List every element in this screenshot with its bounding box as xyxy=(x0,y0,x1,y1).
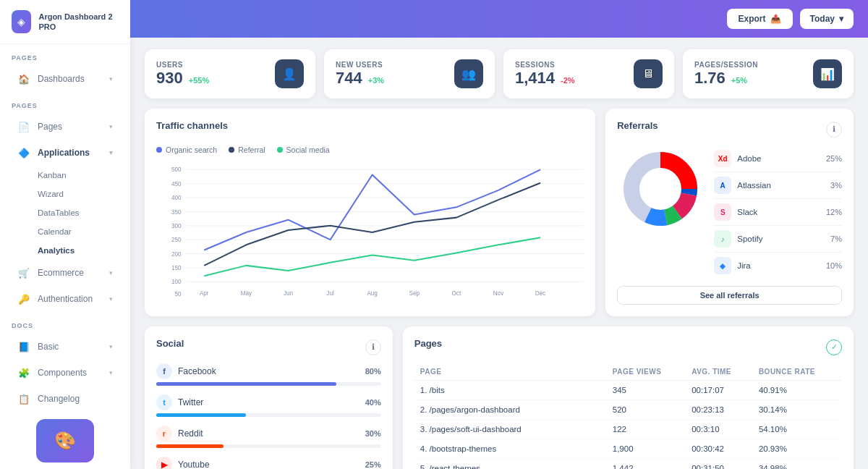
table-cell-views: 1,442 xyxy=(607,459,686,470)
chevron-down-icon: ▾ xyxy=(109,75,113,83)
traffic-chart-title: Traffic channels xyxy=(156,120,228,131)
stat-value: 1,414 xyxy=(515,69,555,88)
chevron-down-icon: ▾ xyxy=(109,123,113,130)
sidebar-item-ecommerce[interactable]: 🛒 Ecommerce ▾ xyxy=(6,261,124,285)
table-row: 4. /bootstrap-themes1,90000:30:4220.93% xyxy=(414,439,842,459)
referrals-header: Referrals ℹ xyxy=(617,120,842,138)
charts-row: Traffic channels Organic search Referral… xyxy=(145,109,854,316)
table-row: 3. /pages/soft-ui-dashboard12200:3:1054.… xyxy=(414,420,842,439)
svg-text:350: 350 xyxy=(171,209,182,216)
pages-check-button[interactable]: ✓ xyxy=(826,339,842,355)
stat-info: NEW USERS 744 +3% xyxy=(336,61,384,88)
progress-bar-fill xyxy=(156,382,336,386)
progress-bar-fill xyxy=(156,444,224,448)
slack-logo: S xyxy=(714,203,731,221)
referral-pct: 7% xyxy=(830,234,842,243)
social-item-facebook: f Facebook 80% xyxy=(156,363,381,386)
logo-text: Argon Dashboard 2 PRO xyxy=(38,12,119,33)
table-cell-page: 3. /pages/soft-ui-dashboard xyxy=(414,420,607,439)
social-pct: 80% xyxy=(365,367,381,376)
referral-item-adobe: Xd Adobe 25% xyxy=(714,145,842,172)
social-name: t Twitter xyxy=(156,394,203,410)
chevron-down-icon: ▾ xyxy=(109,295,113,303)
export-label: Export xyxy=(739,14,766,24)
sidebar-sub-item-calendar[interactable]: Calendar xyxy=(6,223,124,240)
social-card-title: Social xyxy=(156,338,184,349)
svg-text:150: 150 xyxy=(171,265,182,271)
legend-referral: Referral xyxy=(229,145,265,154)
referrals-card: Referrals ℹ xyxy=(605,109,854,316)
table-cell-page: 4. /bootstrap-themes xyxy=(414,439,607,459)
col-avgtime: Avg. Time xyxy=(686,363,753,381)
today-button[interactable]: Today ▾ xyxy=(800,9,854,29)
see-all-referrals-button[interactable]: See all referrals xyxy=(617,286,842,305)
legend-dot-referral xyxy=(229,147,234,153)
basic-icon: 📘 xyxy=(17,340,30,353)
svg-text:Apr: Apr xyxy=(200,290,209,297)
table-cell-avg_time: 00:3:10 xyxy=(686,420,753,439)
svg-text:Nov: Nov xyxy=(493,290,504,297)
stat-value: 1.76 xyxy=(694,69,726,88)
svg-text:Oct: Oct xyxy=(452,290,461,297)
stat-icon-box: 📊 xyxy=(813,59,842,88)
chevron-down-icon: ▾ xyxy=(109,149,113,156)
chevron-down-icon: ▾ xyxy=(109,369,113,376)
table-cell-views: 345 xyxy=(607,381,686,400)
user-icon: 👤 xyxy=(282,67,297,81)
social-info-button[interactable]: ℹ xyxy=(365,339,381,355)
table-cell-page: 1. /bits xyxy=(414,381,607,400)
svg-text:250: 250 xyxy=(171,237,182,243)
legend-dot-social xyxy=(277,147,283,153)
sidebar-illustration: 🎨 xyxy=(36,419,94,462)
referrals-content: Xd Adobe 25% A Atlassian 3% xyxy=(617,145,842,279)
stat-label: USERS xyxy=(156,61,209,69)
sidebar-sub-item-kanban[interactable]: Kanban xyxy=(6,166,124,184)
sidebar-item-authentication[interactable]: 🔑 Authentication ▾ xyxy=(6,287,124,311)
line-chart-container: 500 450 400 350 300 250 200 150 100 50 A… xyxy=(156,160,584,305)
svg-text:Dec: Dec xyxy=(535,290,545,297)
referrals-info-button[interactable]: ℹ xyxy=(826,122,842,138)
sidebar-sub-item-analytics[interactable]: Analytics xyxy=(6,242,124,259)
section-label-pagescat: Pages xyxy=(0,92,130,114)
social-pct: 40% xyxy=(365,398,381,407)
sidebar-sub-item-datatables[interactable]: DataTables xyxy=(6,204,124,221)
stat-card-sessions: SESSIONS 1,414 -2% 🖥 xyxy=(503,49,674,98)
stat-icon-box: 🖥 xyxy=(634,59,663,88)
svg-point-34 xyxy=(640,169,681,209)
sidebar-item-label: Changelog xyxy=(38,394,80,404)
authentication-icon: 🔑 xyxy=(17,292,30,305)
section-label-pages: Pages xyxy=(0,44,130,66)
social-pct: 30% xyxy=(365,429,381,438)
svg-text:50: 50 xyxy=(175,291,182,297)
sidebar-item-applications[interactable]: 🔷 Applications ▾ xyxy=(6,140,124,165)
col-bounce: Bounce Rate xyxy=(753,363,842,381)
sidebar-sub-item-wizard[interactable]: Wizard xyxy=(6,185,124,203)
sidebar-item-basic[interactable]: 📘 Basic ▾ xyxy=(6,334,124,359)
svg-text:300: 300 xyxy=(171,223,182,229)
sidebar-item-pages[interactable]: 📄 Pages ▾ xyxy=(6,114,124,139)
chevron-down-icon: ▾ xyxy=(109,343,113,350)
sidebar-item-changelog[interactable]: 📋 Changelog xyxy=(6,386,124,411)
social-item-header: ▶ Youtube 25% xyxy=(156,457,381,469)
stat-label: NEW USERS xyxy=(336,61,384,69)
chevron-down-icon: ▾ xyxy=(839,14,843,24)
export-button[interactable]: Export 📤 xyxy=(727,9,793,29)
applications-icon: 🔷 xyxy=(17,146,30,159)
svg-text:100: 100 xyxy=(171,279,182,285)
social-item-header: r Reddit 30% xyxy=(156,426,381,441)
referral-name: Spotify xyxy=(737,234,830,243)
table-row: 1. /bits34500:17:0740.91% xyxy=(414,381,842,400)
stat-info: SESSIONS 1,414 -2% xyxy=(515,61,575,88)
sidebar-item-components[interactable]: 🧩 Components ▾ xyxy=(6,360,124,385)
sidebar-item-label: Dashboards xyxy=(38,74,85,84)
progress-bar-fill xyxy=(156,413,246,417)
svg-text:May: May xyxy=(241,290,252,297)
stat-label: SESSIONS xyxy=(515,61,575,69)
svg-text:Jun: Jun xyxy=(284,290,293,297)
legend-organic: Organic search xyxy=(156,145,217,154)
sidebar-item-dashboards[interactable]: 🏠 Dashboards ▾ xyxy=(6,67,124,91)
social-label: Twitter xyxy=(178,397,203,407)
chart-legend: Organic search Referral Social media xyxy=(156,145,584,154)
users-icon: 👥 xyxy=(461,67,476,81)
sidebar-bottom: 🎨 xyxy=(0,412,130,469)
